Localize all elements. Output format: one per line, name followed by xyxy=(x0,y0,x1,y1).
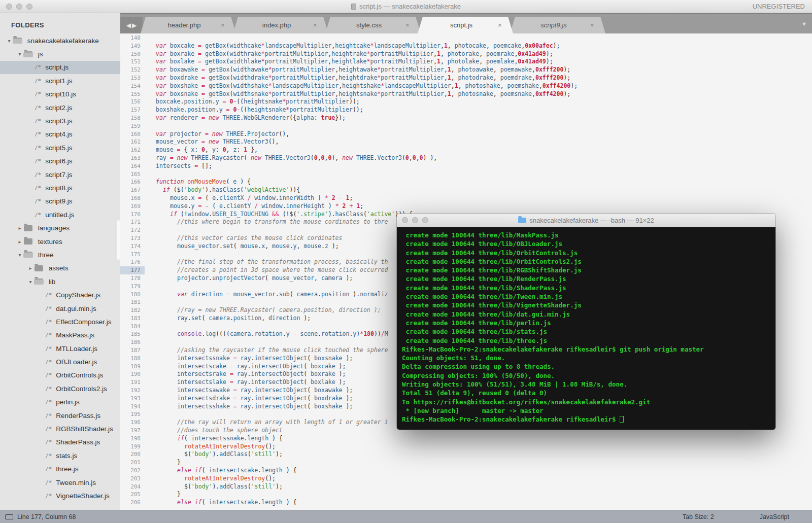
tab-size-indicator[interactable]: Tab Size: 2 xyxy=(683,513,714,520)
tab-nav-arrows[interactable]: ◀ ▶ xyxy=(120,17,143,33)
code-text[interactable]: intersectslake = ray.intersectObject( bo… xyxy=(145,378,346,387)
sidebar-item-script-js[interactable]: /*script.js xyxy=(0,61,120,74)
code-line-161[interactable]: 161mouse_vector = new THREE.Vector3(), xyxy=(120,138,812,146)
code-text[interactable]: mouse.y = - ( e.clientY / window.innerHe… xyxy=(145,202,363,211)
code-text[interactable]: else if( intersectscake.length ) { xyxy=(145,467,296,475)
tab-close-icon[interactable]: × xyxy=(590,21,605,29)
sidebar-item-lib[interactable]: ▾ lib xyxy=(0,275,120,288)
code-text[interactable] xyxy=(145,410,177,419)
code-text[interactable]: if (!window.USER_IS_TOUCHING && (!$('.st… xyxy=(145,211,413,219)
sidebar-item-dat-gui-min-js[interactable]: /*dat.gui.min.js xyxy=(0,302,120,315)
code-line-159[interactable]: 159 xyxy=(120,122,812,130)
tab-header-php[interactable]: header.php× xyxy=(141,17,236,33)
code-text[interactable] xyxy=(145,298,177,306)
sidebar-item-tween-min-js[interactable]: /*Tween.min.js xyxy=(0,476,120,489)
tab-index-php[interactable]: index.php× xyxy=(233,17,328,33)
tab-script9-js[interactable]: script9.js× xyxy=(510,17,605,33)
window-titlebar[interactable]: script.js — snakecakelakefakerake UNREGI… xyxy=(0,0,812,13)
sidebar-item-script8-js[interactable]: /*script8.js xyxy=(0,181,120,194)
sidebar-item-perlin-js[interactable]: /*perlin.js xyxy=(0,396,120,409)
sidebar-item-orbitcontrols-js[interactable]: /*OrbitControls.js xyxy=(0,369,120,382)
code-text[interactable]: boxshake.position.y = 0-((heightsnake*po… xyxy=(145,106,363,114)
sidebar-item-rgbshiftshader-js[interactable]: /*RGBShiftShader.js xyxy=(0,422,120,435)
terminal-output[interactable]: create mode 100644 three/lib/MaskPass.js… xyxy=(397,227,775,430)
code-line-167[interactable]: 167if ($('body').hasClass('webglActive')… xyxy=(120,186,812,194)
sidebar-item-snakecakelakefakerake[interactable]: ▾ snakecakelakefakerake xyxy=(0,34,120,47)
code-line-200[interactable]: 200$('body').addClass('still'); xyxy=(120,450,812,459)
code-text[interactable] xyxy=(145,323,177,331)
code-text[interactable]: var renderer = new THREE.WebGLRenderer({… xyxy=(145,114,346,122)
code-line-169[interactable]: 169mouse.y = - ( e.clientY / window.inne… xyxy=(120,202,812,211)
code-text[interactable]: else if( intersectsrake.length ) { xyxy=(145,499,296,507)
code-text[interactable]: $('body').addClass('still'); xyxy=(145,450,283,459)
disclosure-expanded-icon[interactable]: ▾ xyxy=(26,279,35,285)
code-line-148[interactable]: 148 xyxy=(120,34,812,42)
code-line-153[interactable]: 153var boxdrake = getBox(widthdrake*port… xyxy=(120,74,812,82)
sidebar-item-copyshader-js[interactable]: /*CopyShader.js xyxy=(0,288,120,301)
disclosure-collapsed-icon[interactable]: ▸ xyxy=(16,239,24,245)
code-text[interactable]: //ray = new THREE.Raycaster( camera.posi… xyxy=(145,306,381,315)
code-text[interactable]: //creates a point in 3d space where the … xyxy=(145,266,388,274)
sidebar-item-script7-js[interactable]: /*script7.js xyxy=(0,168,120,181)
code-line-154[interactable]: 154var boxshake = getBox(widthshake*land… xyxy=(120,82,812,90)
code-line-163[interactable]: 163ray = new THREE.Raycaster( new THREE.… xyxy=(120,154,812,162)
code-text[interactable]: intersectsrake = ray.intersectObject( bo… xyxy=(145,370,346,378)
code-line-150[interactable]: 150var boxrake = getBox(widthrake*portra… xyxy=(120,50,812,58)
code-line-164[interactable]: 164intersects = []; xyxy=(120,162,812,170)
code-text[interactable]: intersectsshake = ray.intersectObject( b… xyxy=(145,403,353,411)
code-text[interactable]: var boxrake = getBox(widthrake*portraitM… xyxy=(145,50,553,58)
sidebar-item-renderpass-js[interactable]: /*RenderPass.js xyxy=(0,409,120,422)
sidebar-item-js[interactable]: ▾ js xyxy=(0,47,120,60)
terminal-window[interactable]: snakecakelakefakerake — -bash — 91×22 cr… xyxy=(397,214,775,430)
code-text[interactable]: var projector = new THREE.Projector(), xyxy=(145,130,289,138)
sidebar-item-languages[interactable]: ▸ languages xyxy=(0,221,120,234)
code-text[interactable]: intersects = []; xyxy=(145,162,212,170)
code-text[interactable]: projector.unprojectVector( mouse_vector,… xyxy=(145,274,353,283)
code-line-157[interactable]: 157boxshake.position.y = 0-((heightsnake… xyxy=(120,106,812,114)
code-line-199[interactable]: 199rotateAtIntervalDestroy(); xyxy=(120,443,812,451)
sidebar-item-vignetteshader-js[interactable]: /*VignetteShader.js xyxy=(0,489,120,502)
code-line-158[interactable]: 158var renderer = new THREE.WebGLRendere… xyxy=(120,114,812,122)
syntax-indicator[interactable]: JavaScript xyxy=(760,513,789,520)
sidebar-item-script1-js[interactable]: /*script1.js xyxy=(0,74,120,87)
disclosure-expanded-icon[interactable]: ▾ xyxy=(16,252,24,258)
code-text[interactable] xyxy=(145,283,177,291)
code-line-205[interactable]: 205} xyxy=(120,491,812,499)
sidebar-item-script5-js[interactable]: /*script5.js xyxy=(0,141,120,154)
sidebar-item-orbitcontrols2-js[interactable]: /*OrbitControls2.js xyxy=(0,382,120,395)
code-text[interactable]: var boxsnake = getBox(widthsnake*portrai… xyxy=(145,90,570,98)
code-text[interactable]: intersectssnake = ray.intersectObject( b… xyxy=(145,355,353,363)
code-text[interactable] xyxy=(145,226,177,234)
code-text[interactable]: console.log((((camera.rotation.y - scene… xyxy=(145,330,388,338)
code-text[interactable]: mouse = { x: 0, y: 0, z: 1 }, xyxy=(145,146,258,154)
code-text[interactable]: var direction = mouse_vector.sub( camera… xyxy=(145,291,388,299)
code-line-156[interactable]: 156boxcake.position.y = 0-((heightsnake*… xyxy=(120,98,812,106)
code-line-149[interactable]: 149var boxcake = getBox(widthcake*landsc… xyxy=(120,42,812,50)
code-line-162[interactable]: 162mouse = { x: 0, y: 0, z: 1 }, xyxy=(120,146,812,154)
code-text[interactable]: if( intersectssnake.length ) { xyxy=(145,435,283,443)
tab-close-icon[interactable]: × xyxy=(313,21,328,29)
code-line-152[interactable]: 152var boxawake = getBox(widthawake*port… xyxy=(120,66,812,74)
sidebar-scrollbar[interactable] xyxy=(117,220,120,260)
code-text[interactable] xyxy=(145,170,156,179)
code-text[interactable]: boxcake.position.y = 0-((heightsnake*por… xyxy=(145,98,360,106)
code-text[interactable]: intersectsawake = ray.intersectObject( b… xyxy=(145,387,353,395)
disclosure-collapsed-icon[interactable]: ▸ xyxy=(26,265,35,271)
disclosure-collapsed-icon[interactable]: ▸ xyxy=(16,225,24,231)
code-text[interactable] xyxy=(145,338,177,346)
tab-overflow-icon[interactable]: ▼ xyxy=(801,21,807,27)
code-line-204[interactable]: 204$('body').addClass('still'); xyxy=(120,483,812,491)
code-text[interactable]: //this vector caries the mouse click cor… xyxy=(145,234,342,242)
code-text[interactable]: rotateAtIntervalDestroy(); xyxy=(145,475,276,483)
code-text[interactable]: //the ray will return an array with leng… xyxy=(145,419,388,427)
sidebar-item-objloader-js[interactable]: /*OBJLoader.js xyxy=(0,355,120,368)
sidebar-item-textures[interactable]: ▸ textures xyxy=(0,235,120,248)
sidebar-item-script2-js[interactable]: /*script2.js xyxy=(0,101,120,114)
code-text[interactable]: var boxlake = getBox(widthlake*portraitM… xyxy=(145,58,553,66)
code-text[interactable]: ray = new THREE.Raycaster( new THREE.Vec… xyxy=(145,154,437,162)
code-text[interactable]: function onMouseMove( e ) { xyxy=(145,178,251,186)
code-line-165[interactable]: 165 xyxy=(120,170,812,179)
code-line-155[interactable]: 155var boxsnake = getBox(widthsnake*port… xyxy=(120,90,812,98)
sidebar-item-script4-js[interactable]: /*script4.js xyxy=(0,128,120,141)
sidebar-item-mtlloader-js[interactable]: /*MTLLoader.js xyxy=(0,342,120,355)
